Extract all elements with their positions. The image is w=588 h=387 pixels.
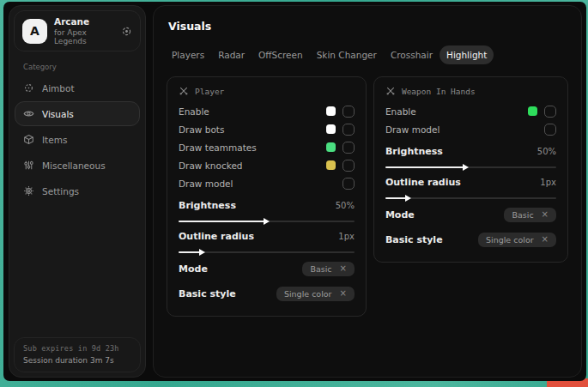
close-icon[interactable]: ×: [542, 235, 549, 244]
desktop-background: A Arcane for Apex Legends Category Aimbo…: [0, 0, 588, 387]
draw-knocked-color-swatch[interactable]: [326, 160, 336, 170]
brightness-value: 50%: [537, 147, 556, 156]
draw-model-checkbox[interactable]: [342, 178, 355, 190]
setting-label: Basic style: [385, 234, 443, 245]
slider-handle[interactable]: [264, 218, 270, 225]
brightness-slider[interactable]: [179, 221, 355, 222]
toggle-controls: [326, 142, 355, 154]
draw-teammates-color-swatch[interactable]: [326, 142, 336, 152]
panel-title: Player: [195, 87, 224, 96]
row-enable: Enable: [179, 102, 355, 120]
draw-model-checkbox[interactable]: [544, 124, 556, 136]
tab-offscreen[interactable]: OffScreen: [252, 45, 310, 64]
row-brightness: Brightness50%: [179, 196, 355, 215]
target-icon[interactable]: [121, 26, 132, 37]
toggle-controls: [528, 106, 556, 118]
panel-title: Weapon In Hands: [402, 87, 476, 96]
row-draw-model: Draw model: [385, 120, 556, 138]
draw-knocked-checkbox[interactable]: [342, 160, 355, 172]
close-icon[interactable]: ×: [340, 264, 347, 273]
sidebar-item-miscellaneous[interactable]: Miscellaneous: [15, 153, 140, 178]
draw-bots-color-swatch[interactable]: [326, 124, 336, 134]
toggle-controls: [326, 124, 355, 136]
tab-crosshair[interactable]: Crosshair: [384, 45, 439, 64]
slider-handle[interactable]: [463, 164, 469, 171]
package-icon: [23, 134, 34, 145]
session-duration-text: Session duration 3m 7s: [23, 356, 131, 365]
sidebar: A Arcane for Apex Legends Category Aimbo…: [9, 5, 146, 378]
slider-fill: [179, 221, 266, 222]
brightness-slider[interactable]: [385, 166, 556, 168]
enable-checkbox[interactable]: [544, 106, 556, 118]
toggle-controls: [326, 160, 355, 172]
enable-checkbox[interactable]: [342, 106, 355, 118]
app-name: Arcane: [54, 16, 114, 27]
setting-label: Enable: [179, 106, 209, 117]
row-mode: ModeBasic×: [179, 257, 355, 280]
draw-bots-checkbox[interactable]: [342, 124, 355, 136]
sidebar-item-visuals[interactable]: Visuals: [15, 101, 140, 126]
gear-icon: [23, 185, 34, 197]
subscription-info-card: Sub expires in 9d 23h Session duration 3…: [14, 337, 141, 372]
panel-player: PlayerEnableDraw botsDraw teammatesDraw …: [167, 76, 367, 317]
setting-label: Mode: [385, 209, 415, 221]
sidebar-nav: AimbotVisualsItemsMiscellaneousSettings: [9, 76, 145, 203]
panel-header: Weapon In Hands: [385, 86, 556, 96]
setting-label: Draw teammates: [179, 142, 257, 153]
main-panel: Visuals PlayersRadarOffScreenSkin Change…: [153, 5, 582, 378]
setting-label: Draw bots: [179, 124, 224, 135]
tab-bar: PlayersRadarOffScreenSkin ChangerCrossha…: [165, 45, 568, 64]
row-basic-style: Basic styleSingle color×: [179, 282, 355, 305]
sidebar-item-label: Visuals: [42, 109, 74, 119]
setting-label: Enable: [385, 106, 416, 117]
app-logo: A: [22, 19, 47, 44]
sidebar-item-aimbot[interactable]: Aimbot: [15, 76, 140, 100]
setting-label: Draw model: [385, 124, 439, 135]
tab-players[interactable]: Players: [165, 45, 211, 64]
enable-color-swatch[interactable]: [528, 106, 537, 116]
draw-teammates-checkbox[interactable]: [342, 142, 355, 154]
outline-radius-slider[interactable]: [385, 197, 556, 199]
mode-tag[interactable]: Basic×: [302, 262, 355, 276]
sidebar-item-label: Items: [42, 135, 67, 145]
basic-style-tag[interactable]: Single color×: [478, 233, 556, 247]
sidebar-item-settings[interactable]: Settings: [15, 178, 140, 203]
sidebar-item-label: Settings: [42, 186, 79, 197]
row-draw-model: Draw model: [179, 174, 355, 192]
tab-radar[interactable]: Radar: [211, 45, 252, 64]
swords-icon: [179, 86, 189, 96]
tab-highlight[interactable]: Highlight: [439, 45, 494, 64]
tab-label: OffScreen: [258, 50, 303, 60]
mode-tag[interactable]: Basic×: [504, 208, 556, 222]
tab-label: Radar: [218, 50, 245, 60]
panel-header: Player: [179, 86, 355, 96]
outline-radius-value: 1px: [338, 232, 355, 241]
enable-color-swatch[interactable]: [326, 106, 336, 116]
sidebar-item-items[interactable]: Items: [15, 127, 140, 152]
sliders-icon: [23, 160, 34, 171]
setting-label: Outline radius: [179, 231, 254, 242]
brightness-value: 50%: [336, 201, 355, 210]
slider-handle[interactable]: [199, 249, 205, 256]
sidebar-item-label: Aimbot: [42, 83, 75, 94]
row-draw-bots: Draw bots: [179, 120, 355, 138]
tab-label: Crosshair: [391, 50, 433, 60]
sub-expires-text: Sub expires in 9d 23h: [23, 344, 131, 353]
panel-weapon-in-hands: Weapon In HandsEnableDraw modelBrightnes…: [373, 76, 568, 263]
row-enable: Enable: [385, 102, 556, 120]
setting-label: Mode: [179, 263, 208, 275]
tab-skin-changer[interactable]: Skin Changer: [310, 45, 384, 64]
toggle-controls: [544, 124, 556, 136]
swords-icon: [385, 86, 396, 96]
app-header-card: A Arcane for Apex Legends: [14, 10, 141, 51]
close-icon[interactable]: ×: [340, 289, 347, 298]
page-title: Visuals: [168, 20, 568, 33]
basic-style-tag[interactable]: Single color×: [276, 287, 355, 301]
app-titles: Arcane for Apex Legends: [54, 16, 114, 45]
toggle-controls: [326, 106, 355, 118]
outline-radius-slider[interactable]: [179, 251, 355, 253]
row-draw-teammates: Draw teammates: [179, 138, 355, 156]
slider-handle[interactable]: [405, 195, 411, 202]
tab-label: Skin Changer: [317, 50, 377, 60]
close-icon[interactable]: ×: [542, 210, 549, 219]
